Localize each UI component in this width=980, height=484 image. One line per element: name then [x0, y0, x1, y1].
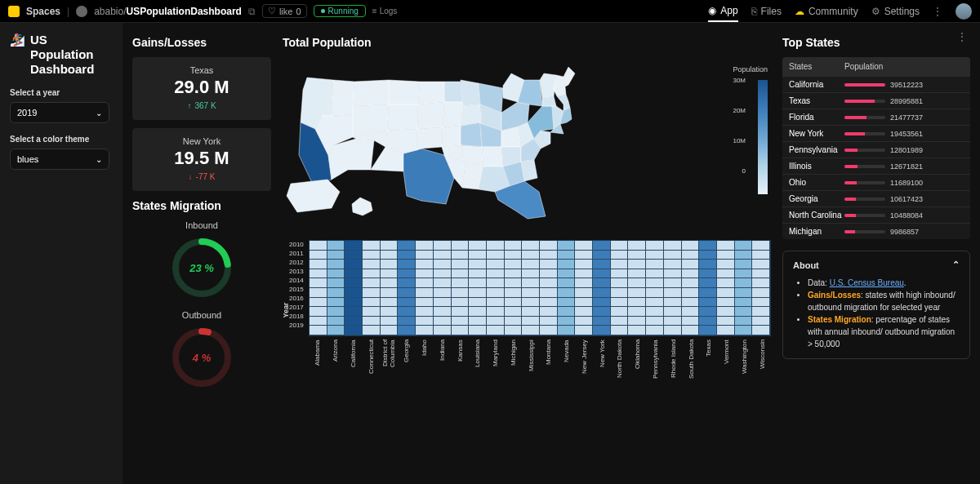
table-row: New York19453561 — [782, 125, 970, 141]
main-more-icon[interactable]: ⋮ — [957, 31, 967, 42]
chevron-up-icon: ⌃ — [952, 260, 960, 270]
table-row: Pennsylvania12801989 — [782, 141, 970, 158]
table-row: Michigan9986857 — [782, 223, 970, 239]
chevron-down-icon: ⌄ — [96, 109, 102, 118]
about-panel: About⌃ Data: U.S. Census Bureau. Gains/L… — [782, 251, 970, 359]
table-row: Ohio11689100 — [782, 174, 970, 190]
app-title: 🏂US Population Dashboard — [10, 33, 113, 77]
app-icon: ◉ — [708, 5, 716, 16]
tab-settings[interactable]: ⚙Settings — [871, 6, 920, 17]
year-label: Select a year — [10, 88, 113, 97]
gain-card: New York19.5 M↓-77 K — [132, 128, 271, 191]
topstates-table: StatesPopulation California39512223Texas… — [782, 57, 970, 239]
census-link[interactable]: U.S. Census Bureau — [830, 278, 904, 287]
theme-select[interactable]: blues⌄ — [10, 149, 109, 170]
table-row: Illinois12671821 — [782, 158, 970, 174]
migration-title: States Migration — [132, 199, 271, 212]
heatmap[interactable]: Year 20102011201220132014201520162017201… — [283, 240, 771, 389]
map-title: Total Population — [283, 36, 771, 49]
brand[interactable]: Spaces — [26, 6, 60, 17]
table-row: Florida21477737 — [782, 109, 970, 125]
arrow-icon: ↓ — [189, 172, 193, 181]
gain-card: Texas29.0 M↑367 K — [132, 57, 271, 120]
like-button[interactable]: ♡ like 0 — [262, 4, 307, 18]
tab-files[interactable]: ⎘Files — [751, 6, 782, 17]
tab-app[interactable]: ◉App — [708, 5, 737, 22]
chevron-down-icon: ⌄ — [96, 155, 102, 164]
status-badge[interactable]: Running — [314, 5, 366, 17]
table-row: North Carolina10488084 — [782, 206, 970, 223]
gear-icon: ⚙ — [871, 6, 880, 17]
table-row: Texas28995881 — [782, 92, 970, 109]
topbar-more-icon[interactable]: ⋮ — [933, 6, 942, 17]
arrow-icon: ↑ — [187, 101, 191, 110]
outbound-donut: Outbound 4 % — [132, 310, 271, 389]
tab-community[interactable]: ☁Community — [795, 6, 858, 17]
inbound-donut: Inbound 23 % — [132, 220, 271, 299]
year-select[interactable]: 2019⌄ — [10, 102, 109, 123]
topbar: Spaces | ababio/USPopulationDashboard ⧉ … — [0, 0, 980, 23]
topstates-title: Top States — [782, 36, 970, 49]
files-icon: ⎘ — [751, 6, 757, 17]
choropleth-map[interactable]: Population 30M20M10M0 — [283, 57, 771, 229]
map-legend: Population 30M20M10M0 — [733, 65, 768, 198]
hf-logo-icon — [8, 6, 20, 17]
table-row: Georgia10617423 — [782, 190, 970, 206]
gains-title: Gains/Losses — [132, 36, 271, 49]
sidebar: 🏂US Population Dashboard Select a year 2… — [0, 23, 122, 484]
owner-avatar[interactable] — [76, 6, 87, 17]
community-icon: ☁ — [795, 6, 804, 17]
theme-label: Select a color theme — [10, 135, 113, 144]
user-avatar[interactable] — [956, 3, 972, 20]
copy-icon[interactable]: ⧉ — [248, 6, 256, 17]
about-toggle[interactable]: About⌃ — [793, 260, 960, 270]
table-row: California39512223 — [782, 76, 970, 92]
logs-link[interactable]: ≡ Logs — [372, 7, 398, 16]
rocket-icon: 🏂 — [10, 33, 25, 47]
space-path[interactable]: ababio/USPopulationDashboard — [94, 6, 242, 17]
